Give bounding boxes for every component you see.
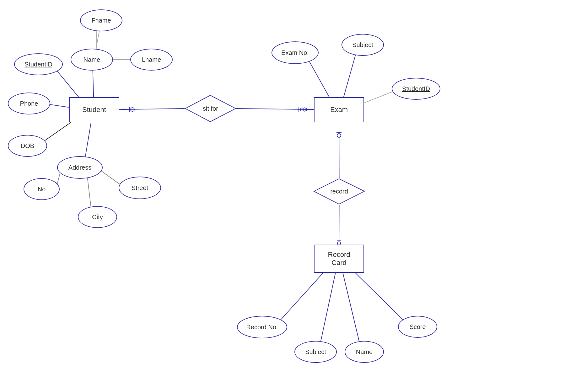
attr-subject-exam: Subject xyxy=(342,34,384,56)
attr-subject-rc: Subject xyxy=(294,341,337,363)
attr-studentid: StudentID xyxy=(14,53,63,75)
attr-score: Score xyxy=(398,316,437,338)
attr-phone: Phone xyxy=(8,93,50,114)
attr-studentid-exam: StudentID xyxy=(392,78,440,100)
attr-no: No xyxy=(24,178,60,200)
attr-exam-no: Exam No. xyxy=(272,41,319,64)
attr-dob: DOB xyxy=(8,135,47,157)
relationship-record: record xyxy=(313,178,365,205)
entity-exam: Exam xyxy=(314,97,364,122)
attr-lname: Lname xyxy=(130,49,173,71)
attr-name: Name xyxy=(71,49,113,71)
entity-record-card: Record Card xyxy=(314,245,364,273)
attr-city: City xyxy=(78,206,117,228)
attr-fname: Fname xyxy=(80,9,122,31)
attr-record-no: Record No. xyxy=(237,316,287,338)
er-diagram: Student Exam Record Card Fname Name Lnam… xyxy=(0,0,565,392)
attr-address: Address xyxy=(57,156,103,179)
relationship-sit-for: sit for xyxy=(185,95,236,122)
attr-street: Street xyxy=(119,177,161,199)
attr-name-rc: Name xyxy=(345,341,384,363)
entity-student: Student xyxy=(69,97,119,122)
